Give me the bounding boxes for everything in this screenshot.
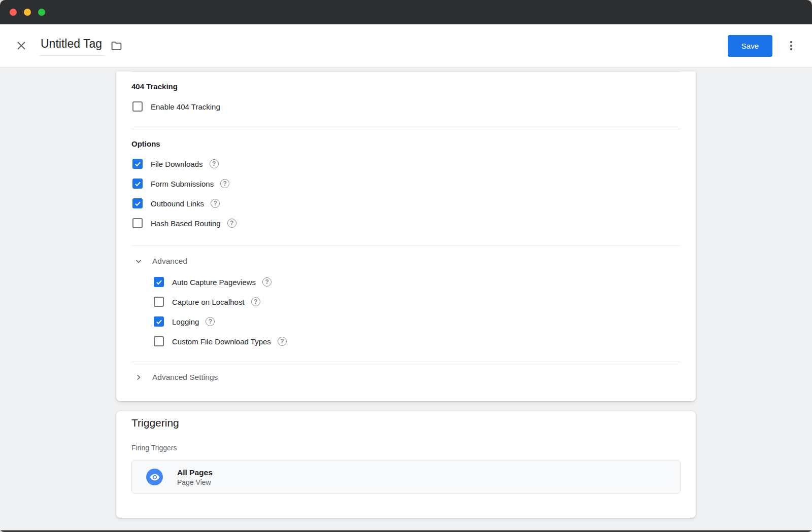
advanced-expander-label: Advanced <box>152 257 187 266</box>
advanced-settings-expander[interactable]: Advanced Settings <box>131 370 681 384</box>
checkbox[interactable] <box>132 179 143 189</box>
checkbox[interactable] <box>132 159 143 169</box>
checkbox[interactable] <box>154 336 164 346</box>
checkmark-icon <box>155 278 163 286</box>
zoom-window-button[interactable] <box>38 9 45 16</box>
app-window: Untitled Tag Save 404 Tracking <box>0 0 812 532</box>
trigger-row[interactable]: All Pages Page View <box>131 460 681 494</box>
checkmark-icon <box>134 180 142 188</box>
checkbox-list-404: Enable 404 Tracking <box>131 99 681 114</box>
save-button[interactable]: Save <box>728 35 772 57</box>
checkbox[interactable] <box>132 101 143 112</box>
triggering-heading: Triggering <box>131 416 681 430</box>
kebab-menu-icon[interactable] <box>784 38 799 54</box>
help-icon[interactable]: ? <box>211 199 220 208</box>
tag-configuration-card: 404 Tracking Enable 404 Tracking Options… <box>116 72 696 401</box>
tag-name-field[interactable]: Untitled Tag <box>40 36 104 56</box>
section-404-tracking: 404 Tracking Enable 404 Tracking <box>131 72 681 129</box>
triggering-card: Triggering Firing Triggers All Pages Pag… <box>116 411 696 518</box>
checkbox-label: Enable 404 Tracking <box>151 102 220 111</box>
checkbox-label: Auto Capture Pageviews <box>172 278 256 287</box>
help-icon[interactable]: ? <box>220 179 229 188</box>
trigger-text: All Pages Page View <box>177 467 213 487</box>
help-icon[interactable]: ? <box>227 219 236 228</box>
folder-icon[interactable] <box>108 38 125 54</box>
checkbox-label: Hash Based Routing <box>151 219 221 228</box>
checkbox[interactable] <box>154 297 164 307</box>
help-icon[interactable]: ? <box>278 337 287 346</box>
help-icon[interactable]: ? <box>262 277 272 287</box>
section-heading-options: Options <box>131 139 681 148</box>
trigger-type: Page View <box>177 478 213 487</box>
checkmark-icon <box>134 200 142 207</box>
checkbox-row: Logging ? <box>153 314 681 329</box>
close-icon <box>15 40 27 52</box>
close-window-button[interactable] <box>10 9 17 16</box>
checkbox[interactable] <box>132 218 143 228</box>
editor-content: 404 Tracking Enable 404 Tracking Options… <box>0 67 812 530</box>
checkbox-list-advanced: Auto Capture Pageviews ? Capture on Loca… <box>153 275 681 348</box>
checkbox[interactable] <box>154 277 164 287</box>
checkbox-label: Custom File Download Types <box>172 337 271 346</box>
checkbox-label: Logging <box>172 317 199 326</box>
checkbox[interactable] <box>132 198 143 208</box>
close-editor-icon[interactable] <box>13 38 29 54</box>
trigger-list: All Pages Page View <box>131 460 681 494</box>
checkbox-row: Enable 404 Tracking <box>131 99 681 114</box>
checkbox-list-options: File Downloads ? Form Submissions ? Outb… <box>131 157 681 230</box>
checkbox-label: File Downloads <box>151 160 203 168</box>
checkbox-row: Auto Capture Pageviews ? <box>153 275 681 289</box>
editor-header: Untitled Tag Save <box>0 24 812 67</box>
help-icon[interactable]: ? <box>206 317 215 326</box>
chevron-down-icon <box>134 257 143 266</box>
checkbox-row: Outbound Links ? <box>131 196 681 210</box>
firing-triggers-label: Firing Triggers <box>131 444 681 452</box>
help-icon[interactable]: ? <box>251 297 260 306</box>
chevron-right-icon <box>134 373 143 382</box>
checkbox-label: Form Submissions <box>151 180 214 188</box>
window-bottom-edge <box>0 530 812 532</box>
minimize-window-button[interactable] <box>24 9 31 16</box>
macos-titlebar <box>0 0 812 24</box>
pageview-eye-icon <box>146 469 163 485</box>
checkbox-row: Capture on Localhost ? <box>153 295 681 309</box>
checkbox-label: Capture on Localhost <box>172 298 245 306</box>
checkmark-icon <box>155 318 163 326</box>
section-advanced: Advanced Auto Capture Pageviews ? Captur… <box>131 246 681 362</box>
section-options: Options File Downloads ? Form Submission… <box>131 129 681 245</box>
checkbox-row: File Downloads ? <box>131 157 681 171</box>
checkbox-row: Custom File Download Types ? <box>153 334 681 348</box>
divider <box>131 362 681 362</box>
help-icon[interactable]: ? <box>210 159 219 168</box>
checkbox-row: Form Submissions ? <box>131 176 681 191</box>
advanced-expander[interactable]: Advanced <box>131 254 681 268</box>
section-heading-404-tracking: 404 Tracking <box>131 82 681 91</box>
advanced-settings-label: Advanced Settings <box>152 373 218 382</box>
checkbox-row: Hash Based Routing ? <box>131 216 681 230</box>
trigger-name: All Pages <box>177 467 213 478</box>
checkmark-icon <box>134 160 142 168</box>
checkbox-label: Outbound Links <box>151 199 204 208</box>
checkbox[interactable] <box>154 316 164 327</box>
